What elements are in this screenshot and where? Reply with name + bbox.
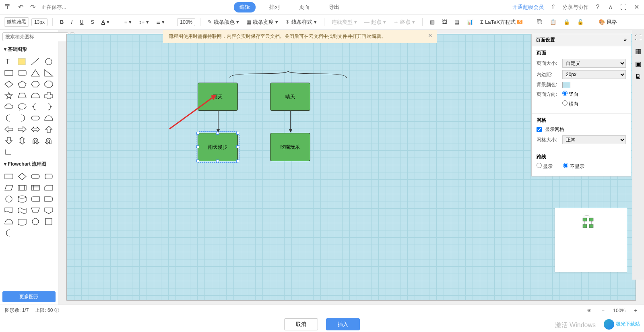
resize-handle-nw[interactable] [196, 132, 199, 135]
shape-arrow-left[interactable] [3, 124, 14, 134]
table-icon[interactable]: ▤ [452, 18, 462, 26]
line-height-button[interactable]: ↕≡ ▾ [136, 18, 151, 26]
line-width-button[interactable]: ▦ 线条宽度 ▾ [244, 17, 281, 27]
node-sunny[interactable]: 晴天 [270, 83, 310, 111]
resize-handle-sw[interactable] [196, 160, 199, 162]
fc-delay[interactable] [43, 194, 54, 204]
shape-bracket-right[interactable] [17, 113, 28, 123]
shape-triangle[interactable] [30, 68, 41, 78]
shape-arc-rect[interactable] [30, 91, 41, 100]
fc-display[interactable] [43, 172, 54, 181]
style-button[interactable]: 🎨 风格 [596, 17, 619, 27]
strip-settings-icon[interactable]: ⛶ [634, 34, 642, 42]
line-style-button[interactable]: ✳ 线条样式 ▾ [283, 17, 319, 27]
tab-edit[interactable]: 编辑 [234, 2, 256, 12]
shape-uturn-left[interactable] [30, 136, 41, 145]
latex-button[interactable]: Σ LaTeX方程式 S [478, 17, 525, 27]
valign-button[interactable]: ≣ ▾ [154, 18, 167, 26]
resize-handle-ne[interactable] [236, 132, 239, 135]
section-flowchart[interactable]: ▾ Flowchart 流程图 [0, 158, 58, 170]
zoom-out-icon[interactable]: − [599, 307, 607, 314]
fc-database[interactable] [17, 194, 28, 204]
minimize-icon[interactable]: ∧ [607, 4, 614, 11]
node-play[interactable]: 吃喝玩乐 [270, 133, 310, 161]
shape-bracket-left[interactable] [3, 113, 14, 123]
shape-uturn-right[interactable] [43, 136, 54, 145]
shape-corner[interactable] [3, 147, 14, 157]
font-color-button[interactable]: A ▾ [99, 18, 112, 26]
fc-card[interactable] [43, 183, 54, 193]
tab-arrange[interactable]: 排列 [264, 2, 285, 12]
underline-button[interactable]: U [77, 18, 86, 26]
help-icon[interactable]: ? [594, 4, 601, 11]
image-icon[interactable]: 🖼 [440, 18, 450, 26]
shape-text[interactable]: T [3, 57, 14, 66]
strip-page-icon[interactable]: 🗎 [634, 73, 642, 81]
tab-export[interactable]: 导出 [323, 2, 345, 12]
zoom-in-icon[interactable]: + [632, 307, 639, 314]
page-size-select[interactable]: 自定义 [562, 59, 626, 68]
shape-trapezoid[interactable] [17, 91, 28, 100]
shape-rect[interactable] [3, 68, 14, 78]
layers-icon[interactable]: ▥ [427, 18, 437, 26]
shape-hexagon[interactable] [30, 79, 41, 89]
fc-bracket[interactable] [3, 228, 14, 238]
cross-hide-radio[interactable] [563, 163, 568, 168]
fc-half[interactable] [3, 217, 14, 226]
more-shapes-button[interactable]: 更多图形 [2, 291, 56, 302]
padding-select[interactable]: 20px [562, 70, 626, 79]
shape-callout[interactable] [17, 102, 28, 112]
show-grid-checkbox[interactable] [537, 127, 542, 132]
shape-octagon[interactable] [43, 79, 54, 89]
undo-icon[interactable]: ↶ [17, 4, 24, 11]
line-color-button[interactable]: ✎ 线条颜色 ▾ [205, 17, 242, 27]
fc-terminator[interactable] [30, 172, 41, 181]
italic-button[interactable]: I [68, 18, 75, 26]
clipboard-icon[interactable]: 📋 [547, 18, 559, 26]
fc-square[interactable] [43, 217, 54, 226]
connection-type-button[interactable]: 连线类型 ▾ [329, 17, 359, 27]
node-walk-selected[interactable]: 雨天漫步 [198, 133, 238, 161]
tab-page[interactable]: 页面 [293, 2, 315, 12]
shape-brace-left[interactable] [30, 102, 41, 112]
insert-button[interactable]: 插入 [326, 318, 360, 330]
resize-handle-se[interactable] [236, 160, 239, 162]
redo-icon[interactable]: ↷ [29, 4, 36, 11]
shape-pentagon[interactable] [17, 79, 28, 89]
shape-semicircle[interactable] [43, 113, 54, 123]
shape-arrow-right[interactable] [17, 124, 28, 134]
strike-button[interactable]: S [88, 18, 97, 26]
upgrade-link[interactable]: 开通超级会员 [512, 4, 544, 11]
cross-show-radio[interactable] [537, 163, 542, 168]
shape-star[interactable] [3, 91, 14, 100]
shape-diamond[interactable] [3, 79, 14, 89]
resize-handle-s[interactable] [216, 160, 219, 162]
section-basic-shapes[interactable]: ▾ 基础图形 [0, 44, 58, 55]
fc-manual[interactable] [30, 205, 41, 215]
resize-handle-w[interactable] [196, 145, 199, 148]
fc-decision[interactable] [17, 172, 28, 181]
shape-cloud[interactable] [3, 102, 14, 112]
info-icon[interactable]: ⓘ [54, 307, 59, 313]
bg-color-swatch[interactable] [562, 82, 570, 88]
shape-arrow-both[interactable] [30, 124, 41, 134]
lock-icon[interactable]: 🔒 [561, 18, 572, 26]
close-window-icon[interactable]: ✕ [633, 4, 640, 11]
shape-pill[interactable] [30, 113, 41, 123]
copy-icon[interactable]: ⿻ [535, 18, 545, 26]
grid-size-select[interactable]: 正常 [562, 135, 626, 144]
shape-brace-right[interactable] [43, 102, 54, 112]
shape-arrow-up[interactable] [43, 124, 54, 134]
shape-arrow-down[interactable] [3, 136, 14, 145]
share-icon[interactable]: ⇧ [549, 4, 557, 11]
fc-data[interactable] [3, 183, 14, 193]
fc-stored[interactable] [30, 194, 41, 204]
zoom-select[interactable]: 100% [177, 18, 195, 26]
shape-cross[interactable] [43, 91, 54, 100]
shape-arrow-updown[interactable] [17, 136, 28, 145]
shape-rounded-rect[interactable] [17, 68, 28, 78]
fc-offpage[interactable] [43, 205, 54, 215]
font-family-select[interactable]: 微软雅黑 [4, 17, 29, 27]
resize-handle-e[interactable] [236, 145, 239, 148]
strip-layers-icon[interactable]: ▣ [634, 60, 642, 68]
